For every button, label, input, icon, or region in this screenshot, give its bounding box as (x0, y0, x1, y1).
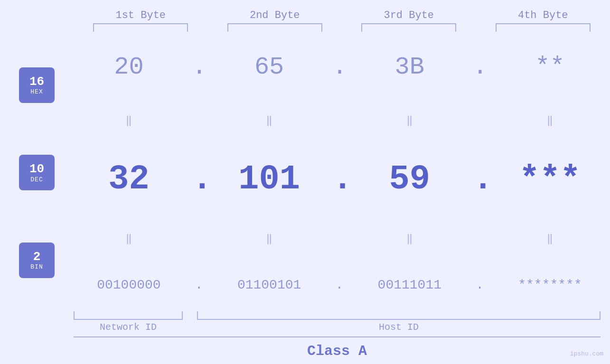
hex-b2: 65 (222, 53, 317, 81)
main-container: 1st Byte 2nd Byte 3rd Byte 4th Byte 16 H… (0, 0, 610, 364)
equals-row-2: ‖ ‖ ‖ ‖ (74, 232, 605, 245)
header-row: 1st Byte 2nd Byte 3rd Byte 4th Byte (0, 0, 610, 21)
dec-b3: 59 (362, 160, 457, 199)
bin-dot3: . (473, 278, 487, 292)
bottom-labels-row: Network ID Host ID (74, 322, 601, 333)
hex-badge: 16 HEX (19, 67, 55, 103)
dec-b4: *** (502, 160, 597, 199)
bin-badge-number: 2 (33, 250, 41, 264)
bracket-byte1 (93, 23, 188, 32)
bin-dot2: . (332, 278, 347, 292)
dec-badge-number: 10 (29, 162, 44, 176)
content-area: 16 HEX 10 DEC 2 BIN 20 . 65 (0, 37, 610, 309)
dec-badge: 10 DEC (19, 155, 55, 190)
network-id-label: Network ID (74, 322, 183, 333)
header-brackets (0, 23, 610, 32)
dec-b2: 101 (222, 160, 317, 199)
eq2-b1: ‖ (81, 232, 176, 245)
bracket-byte3 (361, 23, 456, 32)
hex-dot1: . (192, 53, 206, 81)
bracket-byte2 (227, 23, 322, 32)
host-id-label: Host ID (197, 322, 601, 333)
byte1-label: 1st Byte (93, 9, 188, 21)
dec-dot3: . (473, 160, 487, 199)
bottom-brackets-row (74, 311, 601, 320)
hex-row: 20 . 65 . 3B . ** (74, 53, 605, 81)
equals-row-1: ‖ ‖ ‖ ‖ (74, 114, 605, 127)
bin-row: 00100000 . 01100101 . 00111011 . *******… (74, 278, 605, 292)
dec-b1: 32 (81, 160, 176, 199)
eq2-b2: ‖ (222, 232, 317, 245)
eq2-b4: ‖ (502, 232, 597, 245)
values-grid: 20 . 65 . 3B . ** ‖ ‖ (74, 37, 610, 309)
bracket-byte4 (496, 23, 591, 32)
dec-dot2: . (332, 160, 347, 199)
bin-dot1: . (192, 278, 206, 292)
hex-b4: ** (502, 53, 597, 81)
hex-badge-label: HEX (30, 88, 43, 95)
class-bracket-line (74, 336, 601, 337)
bin-b4: ******** (502, 278, 597, 292)
eq1-b1: ‖ (81, 114, 176, 127)
byte4-label: 4th Byte (496, 9, 591, 21)
byte2-label: 2nd Byte (227, 9, 322, 21)
network-bracket (74, 311, 183, 320)
bin-b2: 01100101 (222, 278, 317, 292)
dec-dot1: . (192, 160, 206, 199)
byte3-label: 3rd Byte (361, 9, 456, 21)
eq2-b3: ‖ (362, 232, 457, 245)
bin-badge-label: BIN (30, 263, 43, 271)
eq1-b3: ‖ (362, 114, 457, 127)
hex-dot3: . (473, 53, 487, 81)
bin-b1: 00100000 (81, 278, 176, 292)
hex-dot2: . (332, 53, 347, 81)
dec-row: 32 . 101 . 59 . *** (74, 160, 605, 199)
hex-badge-number: 16 (29, 75, 44, 89)
class-row: Class A (0, 336, 610, 364)
eq1-b2: ‖ (222, 114, 317, 127)
bin-b3: 00111011 (362, 278, 457, 292)
watermark: ipshu.com (570, 350, 603, 357)
eq1-b4: ‖ (502, 114, 597, 127)
class-label: Class A (74, 340, 601, 364)
badges-column: 16 HEX 10 DEC 2 BIN (0, 37, 74, 309)
hex-b1: 20 (81, 53, 176, 81)
hex-b3: 3B (362, 53, 457, 81)
bin-badge: 2 BIN (19, 243, 55, 278)
bottom-area: Network ID Host ID (0, 311, 610, 333)
host-bracket (197, 311, 601, 320)
dec-badge-label: DEC (30, 176, 43, 183)
